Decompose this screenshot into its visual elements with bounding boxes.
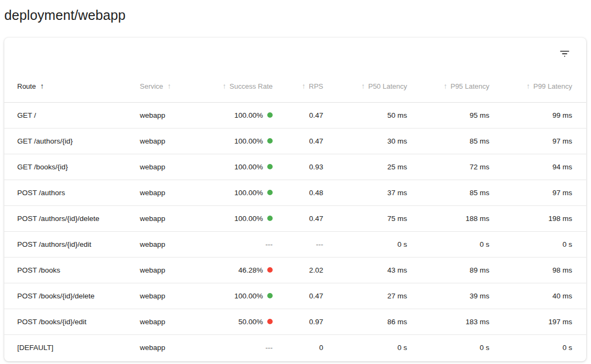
table-row: POST /books/{id}/editwebapp50.00%0.9786 … — [4, 309, 586, 334]
route-value: GET /books/{id} — [17, 163, 68, 171]
cell-rps: 0.47 — [273, 283, 323, 309]
cell-p50: 50 ms — [323, 102, 407, 128]
route-value: POST /authors/{id}/delete — [17, 215, 99, 223]
table-row: POST /bookswebapp46.28%2.0243 ms89 ms98 … — [4, 257, 586, 283]
cell-p99: 40 ms — [489, 283, 586, 309]
cell-p50: 37 ms — [323, 180, 407, 205]
rps-value: 2.02 — [309, 266, 323, 274]
cell-route: POST /authors/{id}/delete — [4, 205, 140, 231]
cell-success_rate: 100.00% — [203, 180, 273, 205]
p95-value: 85 ms — [469, 137, 489, 145]
column-header-route[interactable]: Route↑ — [4, 70, 140, 102]
success_rate-value: 50.00% — [238, 318, 263, 326]
rps-value: 0.47 — [309, 137, 323, 145]
p50-value: 43 ms — [387, 266, 407, 274]
route-value: [DEFAULT] — [17, 344, 53, 352]
status-dot-red-icon — [267, 267, 273, 273]
cell-p50: 0 s — [323, 231, 407, 257]
route-value: GET / — [17, 111, 36, 119]
cell-p99: 94 ms — [489, 154, 586, 180]
cell-route: POST /authors/{id}/edit — [4, 231, 140, 257]
column-header-rps[interactable]: ↑RPS — [273, 70, 323, 102]
p50-value: 25 ms — [387, 163, 407, 171]
column-header-p50[interactable]: ↑P50 Latency — [323, 70, 407, 102]
cell-p99: 0 s — [489, 334, 586, 360]
column-header-service[interactable]: Service↑ — [140, 70, 203, 102]
p50-value: 75 ms — [387, 215, 407, 223]
success_rate-value: 100.00% — [234, 215, 263, 223]
column-header-p99[interactable]: ↑P99 Latency — [489, 70, 586, 102]
table-row: GET /books/{id}webapp100.00%0.9325 ms72 … — [4, 154, 586, 180]
cell-p50: 0 s — [323, 334, 407, 360]
success_rate-value: 100.00% — [234, 189, 263, 197]
p50-value: 27 ms — [387, 292, 407, 300]
sort-arrow-icon: ↑ — [526, 82, 530, 90]
cell-p50: 86 ms — [323, 309, 407, 334]
cell-service: webapp — [140, 205, 203, 231]
cell-rps: 0.93 — [273, 154, 323, 180]
cell-p95: 0 s — [407, 231, 489, 257]
column-header-success_rate[interactable]: ↑Success Rate — [203, 70, 273, 102]
cell-rps: --- — [273, 231, 323, 257]
service-value: webapp — [140, 163, 165, 171]
cell-p99: 99 ms — [489, 102, 586, 128]
cell-success_rate: 100.00% — [203, 154, 273, 180]
cell-route: GET /authors/{id} — [4, 128, 140, 154]
cell-success_rate: 46.28% — [203, 257, 273, 283]
cell-p50: 43 ms — [323, 257, 407, 283]
cell-p50: 75 ms — [323, 205, 407, 231]
sort-arrow-icon: ↑ — [223, 82, 226, 90]
p95-value: 39 ms — [469, 292, 489, 300]
filter-button[interactable] — [557, 46, 572, 61]
cell-p95: 183 ms — [407, 309, 489, 334]
p99-value: 40 ms — [552, 292, 572, 300]
service-value: webapp — [140, 344, 165, 352]
rps-value: 0.97 — [309, 318, 323, 326]
cell-p99: 197 ms — [489, 309, 586, 334]
routes-table-header: Route↑Service↑↑Success Rate↑RPS↑P50 Late… — [4, 70, 586, 102]
table-row: POST /authorswebapp100.00%0.4837 ms85 ms… — [4, 180, 586, 205]
service-value: webapp — [140, 292, 165, 300]
sort-arrow-icon: ↑ — [361, 82, 365, 90]
table-row: GET /webapp100.00%0.4750 ms95 ms99 ms — [4, 102, 586, 128]
p95-value: 95 ms — [469, 111, 489, 119]
cell-p50: 27 ms — [323, 283, 407, 309]
column-label: P50 Latency — [368, 82, 407, 90]
p99-value: 197 ms — [549, 318, 572, 326]
cell-service: webapp — [140, 257, 203, 283]
success_rate-value: 100.00% — [234, 163, 263, 171]
cell-p99: 98 ms — [489, 257, 586, 283]
cell-rps: 2.02 — [273, 257, 323, 283]
p50-value: 30 ms — [387, 137, 407, 145]
success_rate-value: 100.00% — [234, 292, 263, 300]
p95-value: 72 ms — [469, 163, 489, 171]
p99-value: 94 ms — [552, 163, 572, 171]
filter-list-icon — [559, 48, 571, 60]
status-dot-green-icon — [267, 112, 273, 118]
status-dot-green-icon — [267, 164, 273, 169]
cell-p95: 72 ms — [407, 154, 489, 180]
cell-p95: 39 ms — [407, 283, 489, 309]
p95-value: 188 ms — [466, 215, 489, 223]
service-value: webapp — [140, 189, 165, 197]
cell-p95: 85 ms — [407, 128, 489, 154]
service-value: webapp — [140, 318, 165, 326]
cell-rps: 0.47 — [273, 205, 323, 231]
column-header-p95[interactable]: ↑P95 Latency — [407, 70, 489, 102]
cell-route: [DEFAULT] — [4, 334, 140, 360]
cell-route: POST /books/{id}/edit — [4, 309, 140, 334]
sort-arrow-icon: ↑ — [167, 82, 171, 90]
rps-value: 0.47 — [309, 292, 323, 300]
cell-service: webapp — [140, 180, 203, 205]
cell-success_rate: --- — [203, 231, 273, 257]
p50-value: 86 ms — [387, 318, 407, 326]
p99-value: 0 s — [562, 344, 572, 352]
p95-value: 85 ms — [469, 189, 489, 197]
routes-table-body: GET /webapp100.00%0.4750 ms95 ms99 msGET… — [4, 102, 586, 360]
cell-success_rate: 50.00% — [203, 309, 273, 334]
rps-value: 0.47 — [309, 215, 323, 223]
success_rate-value: 100.00% — [234, 111, 263, 119]
cell-p95: 0 s — [407, 334, 489, 360]
route-value: GET /authors/{id} — [17, 137, 73, 145]
cell-service: webapp — [140, 154, 203, 180]
